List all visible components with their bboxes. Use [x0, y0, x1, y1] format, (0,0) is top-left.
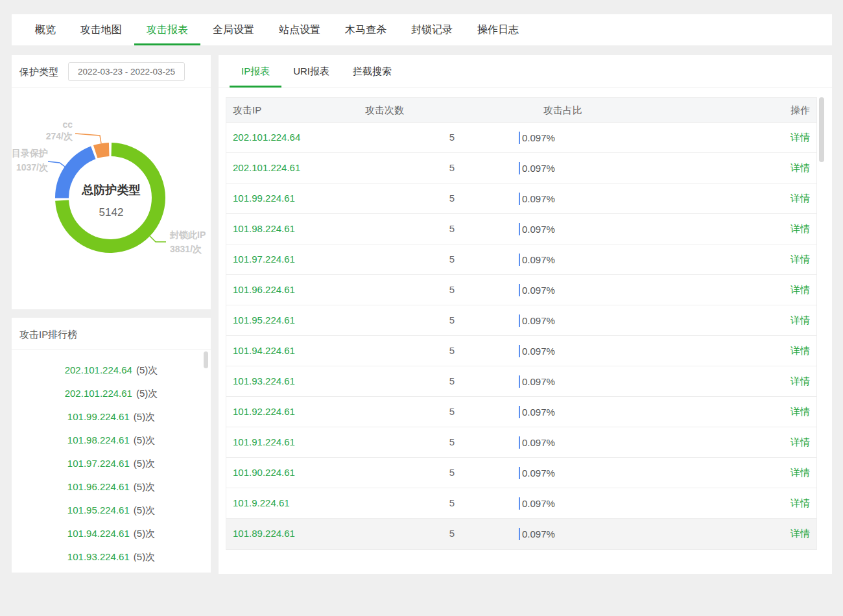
donut-callout-block-ip: 封锁此IP 3831/次 — [170, 228, 206, 256]
percent-bar — [519, 223, 520, 235]
donut-callout-name: cc — [46, 119, 73, 130]
attack-ip-cell: 202.101.224.61 — [233, 153, 300, 183]
percent-value: 0.097% — [522, 437, 555, 448]
detail-link[interactable]: 详情 — [790, 427, 810, 457]
donut-slice-dir-protect — [62, 152, 93, 198]
attack-percent-cell: 0.097% — [519, 427, 555, 457]
percent-bar — [519, 345, 520, 357]
table-row: 101.9.224.6150.097%详情 — [226, 488, 816, 519]
ranking-count: (5)次 — [134, 411, 155, 422]
ranking-count: (5)次 — [134, 481, 155, 492]
percent-value: 0.097% — [522, 254, 555, 265]
attack-count-cell: 5 — [421, 244, 483, 274]
detail-link[interactable]: 详情 — [790, 458, 810, 488]
table-header-row: 攻击IP攻击次数攻击占比操作 — [226, 98, 816, 123]
attack-percent-cell: 0.097% — [519, 519, 555, 549]
percent-bar — [519, 497, 520, 510]
table-row: 202.101.224.6150.097%详情 — [226, 153, 816, 184]
protection-panel-header: 保护类型 — [12, 55, 211, 88]
nav-tab[interactable]: 封锁记录 — [399, 14, 465, 45]
table-header-cell: 操作 — [790, 98, 810, 123]
table-row: 101.97.224.6150.097%详情 — [226, 244, 816, 275]
percent-bar — [519, 406, 520, 418]
ranking-count: (5)次 — [134, 458, 155, 469]
ranking-ip: 202.101.224.61 — [65, 388, 132, 399]
detail-link[interactable]: 详情 — [790, 153, 810, 183]
attack-ip-table: 攻击IP攻击次数攻击占比操作 202.101.224.6450.097%详情20… — [226, 97, 817, 550]
nav-tab[interactable]: 概览 — [23, 14, 68, 45]
detail-link[interactable]: 详情 — [790, 305, 810, 335]
nav-tab[interactable]: 站点设置 — [267, 14, 333, 45]
percent-value: 0.097% — [522, 315, 555, 326]
ranking-ip: 101.97.224.61 — [67, 458, 130, 469]
percent-value: 0.097% — [522, 132, 555, 143]
percent-value: 0.097% — [522, 376, 555, 387]
report-tab-active[interactable]: IP报表 — [230, 55, 281, 87]
detail-link[interactable]: 详情 — [790, 366, 810, 396]
ranking-count: (5)次 — [134, 434, 155, 445]
attack-percent-cell: 0.097% — [519, 123, 555, 152]
percent-bar — [519, 436, 520, 449]
percent-value: 0.097% — [522, 528, 555, 539]
nav-tab-active[interactable]: 攻击报表 — [134, 14, 200, 45]
detail-link[interactable]: 详情 — [790, 519, 810, 549]
attack-count-cell: 5 — [421, 397, 483, 427]
attack-percent-cell: 0.097% — [519, 275, 555, 305]
attack-ip-cell: 101.93.224.61 — [233, 366, 295, 396]
percent-value: 0.097% — [522, 407, 555, 418]
ranking-count: (5)次 — [134, 528, 155, 539]
ranking-item: 101.96.224.61(5)次 — [12, 475, 211, 499]
detail-link[interactable]: 详情 — [790, 336, 810, 366]
ranking-panel-header: 攻击IP排行榜 — [12, 318, 211, 350]
nav-tab[interactable]: 木马查杀 — [333, 14, 399, 45]
attack-report-panel: IP报表URI报表拦截搜索 攻击IP攻击次数攻击占比操作 202.101.224… — [219, 55, 832, 574]
attack-count-cell: 5 — [421, 275, 483, 305]
ranking-count: (5)次 — [136, 388, 158, 399]
attack-count-cell: 5 — [421, 305, 483, 335]
detail-link[interactable]: 详情 — [790, 184, 810, 213]
attack-ip-cell: 101.89.224.61 — [233, 519, 295, 549]
detail-link[interactable]: 详情 — [790, 397, 810, 427]
donut-callout-value: 3831/次 — [170, 242, 206, 256]
ranking-scrollbar-thumb[interactable] — [204, 351, 208, 368]
ranking-item: 101.97.224.61(5)次 — [12, 452, 211, 475]
attack-count-cell: 5 — [421, 427, 483, 457]
attack-count-cell: 5 — [421, 336, 483, 366]
donut-callout-cc: cc 274/次 — [46, 119, 73, 142]
attack-percent-cell: 0.097% — [519, 488, 555, 518]
date-range-input[interactable] — [68, 62, 185, 81]
detail-link[interactable]: 详情 — [790, 275, 810, 305]
ranking-ip: 101.98.224.61 — [67, 434, 130, 445]
attack-count-cell: 5 — [421, 123, 483, 152]
nav-tab[interactable]: 全局设置 — [200, 14, 267, 45]
donut-leader-line — [75, 134, 101, 143]
attack-ip-cell: 101.99.224.61 — [233, 184, 295, 213]
attack-ip-cell: 101.90.224.61 — [233, 458, 295, 488]
percent-value: 0.097% — [522, 163, 555, 174]
attack-ip-ranking-panel: 攻击IP排行榜 202.101.224.64(5)次202.101.224.61… — [12, 318, 211, 573]
ranking-count: (5)次 — [134, 504, 155, 515]
attack-count-cell: 5 — [421, 184, 483, 213]
percent-bar — [519, 467, 520, 479]
detail-link[interactable]: 详情 — [790, 123, 810, 152]
percent-bar — [519, 162, 520, 174]
ranking-item: 202.101.224.61(5)次 — [12, 382, 211, 405]
table-body: 202.101.224.6450.097%详情202.101.224.6150.… — [226, 123, 816, 549]
report-tabs: IP报表URI报表拦截搜索 — [219, 55, 832, 88]
report-tab[interactable]: 拦截搜索 — [341, 55, 403, 87]
ranking-ip: 101.96.224.61 — [67, 481, 130, 492]
ranking-ip: 101.99.224.61 — [67, 411, 130, 422]
detail-link[interactable]: 详情 — [790, 488, 810, 518]
table-scrollbar-thumb[interactable] — [819, 97, 824, 162]
nav-tab[interactable]: 操作日志 — [465, 14, 531, 45]
table-row: 101.91.224.6150.097%详情 — [226, 427, 816, 458]
ranking-ip: 101.94.224.61 — [67, 528, 130, 539]
percent-bar — [519, 254, 520, 266]
detail-link[interactable]: 详情 — [790, 214, 810, 244]
report-tab[interactable]: URI报表 — [281, 55, 341, 87]
attack-count-cell: 5 — [421, 458, 483, 488]
nav-tab[interactable]: 攻击地图 — [68, 14, 134, 45]
attack-percent-cell: 0.097% — [519, 397, 555, 427]
ranking-count: (5)次 — [134, 551, 155, 562]
detail-link[interactable]: 详情 — [790, 244, 810, 274]
